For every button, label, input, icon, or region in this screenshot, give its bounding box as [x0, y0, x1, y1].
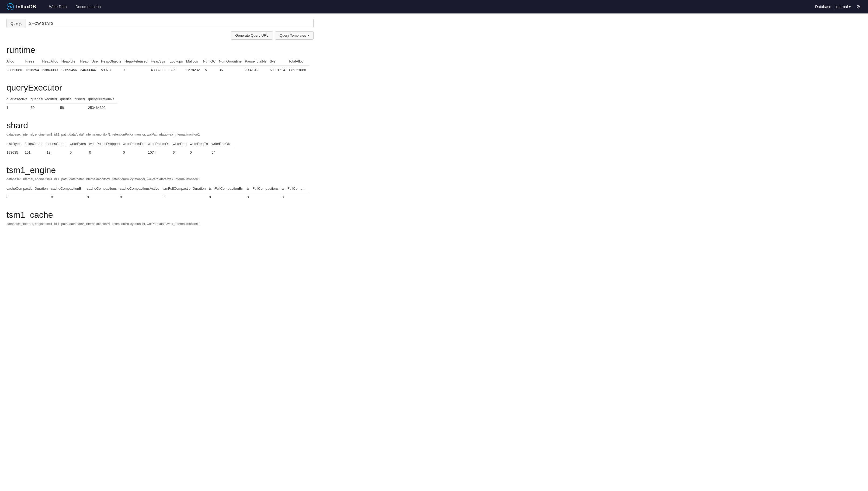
data-table-queryExecutor: queriesActivequeriesExecutedqueriesFinis… — [6, 95, 862, 112]
settings-gear-button[interactable]: ⚙ — [855, 3, 862, 11]
col-header-writepointsok: writePointsOk — [148, 140, 173, 148]
table-cell: 193635 — [6, 148, 25, 157]
col-header-writepointserr: writePointsErr — [123, 140, 148, 148]
navbar: InfluxDB Write Data Documentation Databa… — [0, 0, 868, 13]
table-cell: 0 — [6, 193, 51, 202]
table-row: 00000000 — [6, 193, 308, 202]
section-tsm1_engine: tsm1_enginedatabase:_internal, engine:ts… — [6, 165, 862, 201]
section-tsm1_cache: tsm1_cachedatabase:_internal, engine:tsm… — [6, 210, 862, 226]
db-name: _internal — [833, 5, 848, 9]
table-cell: 60901624 — [270, 66, 289, 75]
col-header-heapinuse: HeapInUse — [80, 57, 101, 66]
svg-point-1 — [9, 6, 11, 7]
table-cell: 59 — [31, 104, 60, 112]
main-content: Query: Generate Query URL Query Template… — [0, 13, 868, 240]
table-wrapper-runtime: AllocFreesHeapAllocHeapIdleHeapInUseHeap… — [6, 57, 862, 74]
table-cell: 1074 — [148, 148, 173, 157]
section-title-tsm1_cache: tsm1_cache — [6, 210, 862, 220]
brand-name: InfluxDB — [16, 4, 36, 10]
col-header-tsmfullcompactionerr: tsmFullCompactionErr — [209, 184, 247, 193]
table-cell: 48332800 — [151, 66, 170, 75]
generate-query-url-label: Generate Query URL — [235, 33, 268, 37]
col-header-queriesexecuted: queriesExecuted — [31, 95, 60, 104]
buttons-row: Generate Query URL Query Templates ▾ — [6, 31, 313, 39]
section-title-tsm1_engine: tsm1_engine — [6, 165, 862, 175]
table-cell: 0 — [123, 148, 148, 157]
col-header-diskbytes: diskBytes — [6, 140, 25, 148]
data-table-shard: diskBytesfieldsCreateseriesCreatewriteBy… — [6, 140, 862, 156]
col-header-writereqok: writeReqOk — [211, 140, 233, 148]
col-header-cachecompactionsactive: cacheCompactionsActive — [120, 184, 162, 193]
table-cell: 0 — [120, 193, 162, 202]
table-cell: 0 — [282, 193, 308, 202]
nav-links: Write Data Documentation — [45, 0, 815, 13]
col-header-writereqerr: writeReqErr — [190, 140, 212, 148]
section-shard: sharddatabase:_internal, engine:tsm1, id… — [6, 120, 862, 156]
table-cell: 0 — [190, 148, 212, 157]
database-selector[interactable]: Database: _internal ▾ — [815, 5, 851, 9]
col-header-heapalloc: HeapAlloc — [42, 57, 61, 66]
table-cell: 0 — [87, 193, 120, 202]
table-cell: 23863080 — [6, 66, 25, 75]
table-cell: 1278232 — [186, 66, 203, 75]
table-cell: 1218254 — [25, 66, 42, 75]
col-header-heapsys: HeapSys — [151, 57, 170, 66]
table-cell: 175351688 — [289, 66, 309, 75]
col-header-mallocs: Mallocs — [186, 57, 203, 66]
nav-documentation[interactable]: Documentation — [71, 0, 105, 13]
col-header-heapobjects: HeapObjects — [101, 57, 124, 66]
table-cell: 325 — [170, 66, 186, 75]
query-bar: Query: — [6, 19, 313, 28]
table-header-row: queriesActivequeriesExecutedqueriesFinis… — [6, 95, 117, 104]
query-templates-button[interactable]: Query Templates ▾ — [275, 31, 313, 39]
section-title-queryExecutor: queryExecutor — [6, 83, 862, 93]
section-subtitle-shard: database:_internal, engine:tsm1, id:1, p… — [6, 133, 862, 136]
brand-logo[interactable]: InfluxDB — [6, 3, 36, 10]
table-row: 19363510118000107464064 — [6, 148, 233, 157]
table-cell: 0 — [89, 148, 123, 157]
col-header-writebytes: writeBytes — [70, 140, 89, 148]
section-subtitle-tsm1_engine: database:_internal, engine:tsm1, id:1, p… — [6, 177, 862, 181]
query-templates-label: Query Templates — [280, 33, 306, 37]
db-label: Database: — [815, 5, 833, 9]
table-cell: 0 — [247, 193, 282, 202]
col-header-writepointsdropped: writePointsDropped — [89, 140, 123, 148]
query-input[interactable] — [26, 19, 313, 28]
table-cell: 58 — [60, 104, 88, 112]
col-header-tsmfullcompactions: tsmFullCompactions — [247, 184, 282, 193]
table-header-row: cacheCompactionDurationcacheCompactionEr… — [6, 184, 308, 193]
col-header-tsmfullcompactionduration: tsmFullCompactionDuration — [162, 184, 209, 193]
table-cell: 24633344 — [80, 66, 101, 75]
table-cell: 0 — [124, 66, 151, 75]
table-cell: 15 — [203, 66, 219, 75]
table-cell: 23699456 — [61, 66, 80, 75]
table-cell: 0 — [70, 148, 89, 157]
col-header-pausetotalns: PauseTotalNs — [245, 57, 270, 66]
col-header-queriesfinished: queriesFinished — [60, 95, 88, 104]
query-templates-caret: ▾ — [308, 34, 309, 37]
section-title-runtime: runtime — [6, 45, 862, 55]
col-header-heapreleased: HeapReleased — [124, 57, 151, 66]
data-table-runtime: AllocFreesHeapAllocHeapIdleHeapInUseHeap… — [6, 57, 862, 74]
col-header-sys: Sys — [270, 57, 289, 66]
col-header-tsmfullcomp---: tsmFullComp... — [282, 184, 308, 193]
section-title-shard: shard — [6, 120, 862, 131]
table-wrapper-shard: diskBytesfieldsCreateseriesCreatewriteBy… — [6, 140, 862, 156]
col-header-heapidle: HeapIdle — [61, 57, 80, 66]
table-cell: 0 — [51, 193, 87, 202]
col-header-alloc: Alloc — [6, 57, 25, 66]
col-header-frees: Frees — [25, 57, 42, 66]
table-cell: 18 — [47, 148, 70, 157]
table-row: 2386308012182542386308023699456246333445… — [6, 66, 309, 75]
col-header-querydurationns: queryDurationNs — [88, 95, 118, 104]
generate-query-url-button[interactable]: Generate Query URL — [231, 31, 273, 39]
col-header-numgc: NumGC — [203, 57, 219, 66]
table-cell: 64 — [173, 148, 190, 157]
col-header-cachecompactionduration: cacheCompactionDuration — [6, 184, 51, 193]
table-cell: 0 — [162, 193, 209, 202]
col-header-fieldscreate: fieldsCreate — [25, 140, 47, 148]
table-cell: 7932812 — [245, 66, 270, 75]
nav-write-data[interactable]: Write Data — [45, 0, 71, 13]
col-header-lookups: Lookups — [170, 57, 186, 66]
query-label: Query: — [7, 19, 26, 28]
